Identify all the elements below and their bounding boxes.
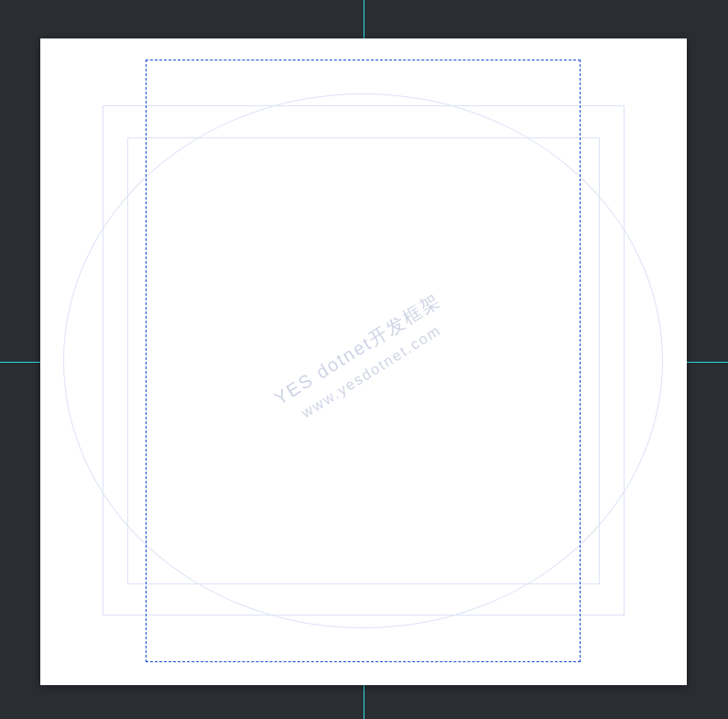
selection-frame[interactable] <box>146 60 581 662</box>
artboard[interactable]: YES dotnet开发框架 www.yesdotnet.com <box>40 38 687 685</box>
